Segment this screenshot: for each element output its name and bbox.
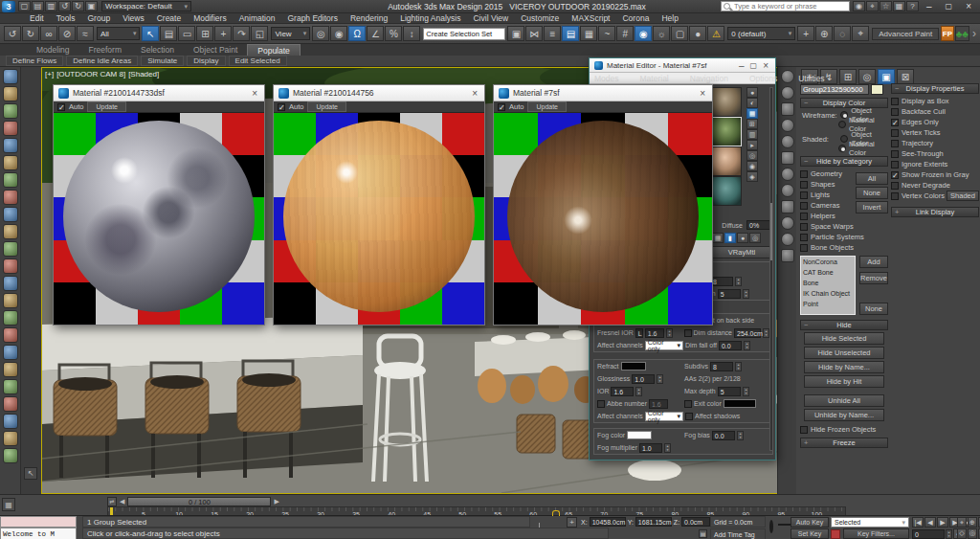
background-toggle-icon[interactable]: ▦ <box>712 233 724 243</box>
redo-icon[interactable]: ↻ <box>22 26 39 41</box>
z-coordinate-field[interactable]: 0.0cm <box>681 517 710 527</box>
ribbon-tab-populate[interactable]: Populate <box>247 44 301 56</box>
script-toolbar-icon[interactable] <box>3 362 18 377</box>
dock-toolbar-icon[interactable] <box>781 86 794 100</box>
toolbar-overflow-icon[interactable]: › <box>972 27 976 40</box>
zoom-icon[interactable]: ⊕ <box>968 517 977 528</box>
reflect-subdivs-field[interactable]: 8 <box>710 277 733 286</box>
workspace-dropdown[interactable]: Workspace: Default▾ <box>101 1 191 11</box>
backlight-icon[interactable]: ◐ <box>746 98 758 108</box>
material-editor-icon[interactable]: ◉ <box>635 26 652 41</box>
hide-rollout-header[interactable]: Hide <box>800 320 888 330</box>
refract-color-swatch[interactable] <box>621 362 646 371</box>
select-and-rotate-icon[interactable]: ↷ <box>233 26 250 41</box>
wireframe-object-color-radio[interactable] <box>840 111 848 119</box>
hide-frozen-objects-checkbox[interactable] <box>800 426 808 434</box>
checkbox[interactable] <box>891 161 899 168</box>
spinner-icon[interactable] <box>735 362 742 371</box>
hide-by-name-button[interactable]: Hide by Name... <box>804 361 884 373</box>
exit-color-checkbox[interactable] <box>684 400 692 408</box>
y-coordinate-field[interactable]: 1681.15cm <box>635 517 672 527</box>
dim-distance-field[interactable]: 254.0cm <box>734 328 761 338</box>
checkbox[interactable] <box>891 182 899 190</box>
preview-canvas[interactable] <box>494 113 712 325</box>
sample-type-sphere-icon[interactable]: ● <box>746 87 758 98</box>
close-icon[interactable]: × <box>698 88 707 99</box>
preview-titlebar[interactable]: Material #2100144756 × <box>274 85 484 101</box>
shaded-object-color-radio[interactable] <box>840 135 848 143</box>
dock-toolbar-icon[interactable] <box>781 216 794 230</box>
affect-channels2-dropdown[interactable]: Color only▾ <box>645 412 683 421</box>
cursor-tool-icon[interactable]: ↖ <box>24 467 37 480</box>
hide-by-hit-button[interactable]: Hide by Hit <box>804 375 884 388</box>
spinner-icon[interactable] <box>743 387 749 396</box>
ribbon-action-edit-selected[interactable]: Edit Selected <box>229 56 287 66</box>
list-item-bone[interactable]: Bone <box>801 278 855 288</box>
checkbox[interactable] <box>800 213 808 220</box>
sample-slot[interactable] <box>712 117 742 146</box>
menu-group[interactable]: Group <box>87 13 112 23</box>
add-time-tag[interactable]: Add Time Tag <box>710 528 766 539</box>
search-input[interactable] <box>732 2 845 11</box>
update-button[interactable]: Update <box>87 101 126 112</box>
rendered-frame-window-icon[interactable]: ▢ <box>671 26 688 41</box>
list-item-cat-bone[interactable]: CAT Bone <box>801 267 855 278</box>
close-button[interactable]: × <box>959 1 978 11</box>
link-display-rollout-header[interactable]: Link Display <box>891 207 979 217</box>
unhide-by-name-button[interactable]: Unhide by Name... <box>804 409 884 421</box>
checkbox[interactable] <box>891 150 899 158</box>
object-color-swatch[interactable] <box>871 84 883 95</box>
menu-corona[interactable]: Corona <box>621 13 650 23</box>
field-of-view-icon[interactable]: ◇ <box>957 528 967 539</box>
reflect-maxdepth-field[interactable]: 5 <box>718 289 741 299</box>
none-button[interactable]: None <box>856 187 888 199</box>
script-toolbar-icon[interactable] <box>3 431 18 446</box>
rectangular-selection-region-icon[interactable]: ▭ <box>178 26 195 41</box>
spinner-icon[interactable] <box>735 277 742 286</box>
forest-tools-icon[interactable]: ♣♣ <box>955 26 969 41</box>
script-toolbar-icon[interactable] <box>3 138 18 153</box>
previous-frame-arrow[interactable]: ◀ <box>117 498 127 505</box>
advanced-paint-button[interactable]: Advanced Paint <box>872 28 939 40</box>
checkbox[interactable] <box>891 171 899 179</box>
auto-update-checkbox[interactable] <box>278 103 285 111</box>
absolute-relative-coords-icon[interactable]: + <box>567 517 577 528</box>
select-and-move-icon[interactable]: + <box>214 26 232 41</box>
graphite-ribbon-toggle-icon[interactable]: ▦ <box>580 26 597 41</box>
menu-help[interactable]: Help <box>660 13 679 23</box>
object-name-field[interactable] <box>800 84 869 95</box>
dock-toolbar-icon[interactable] <box>781 70 794 83</box>
script-toolbar-icon[interactable] <box>3 224 18 239</box>
hide-by-category-rollout-header[interactable]: Hide by Category <box>800 156 888 167</box>
display-color-rollout-header[interactable]: Display Color <box>800 98 888 108</box>
application-menu-button[interactable]: 3 <box>2 1 15 12</box>
close-icon[interactable]: × <box>250 88 259 99</box>
ribbon-action-display[interactable]: Display <box>187 56 225 66</box>
dock-toolbar-icon[interactable] <box>781 119 794 132</box>
undo-icon[interactable]: ↺ <box>58 1 71 11</box>
window-crossing-icon[interactable]: ⊞ <box>196 26 213 41</box>
maximize-button[interactable]: ▢ <box>748 61 760 70</box>
ribbon-tab-freeform[interactable]: Freeform <box>79 44 131 56</box>
mirror-icon[interactable]: ⋈ <box>525 26 543 41</box>
checkbox[interactable] <box>800 191 808 199</box>
material-options-icon[interactable]: ◎ <box>749 233 761 243</box>
spinner-icon[interactable] <box>664 443 671 453</box>
vertex-colors-shaded-button[interactable]: Shaded <box>947 191 979 201</box>
script-toolbar-icon[interactable] <box>3 155 18 170</box>
angle-snap-icon[interactable]: ∠ <box>367 26 384 41</box>
checkbox[interactable] <box>891 98 899 105</box>
script-toolbar-icon[interactable] <box>3 293 18 308</box>
affect-shadows-checkbox[interactable] <box>685 413 693 420</box>
menu-lighting-analysis[interactable]: Lighting Analysis <box>399 13 461 23</box>
me-menu-modes[interactable]: Modes <box>593 74 620 83</box>
checkbox[interactable] <box>891 129 899 137</box>
help-icon[interactable]: ? <box>906 1 919 11</box>
preview-titlebar[interactable]: Material #2100144733dsf × <box>54 85 264 101</box>
all-button[interactable]: All <box>856 172 888 185</box>
spinner-icon[interactable] <box>763 328 769 338</box>
wireframe-material-color-radio[interactable] <box>838 121 846 128</box>
script-toolbar-icon[interactable] <box>3 448 18 463</box>
search-history-icon[interactable]: ◉ <box>853 1 865 11</box>
checkbox[interactable] <box>800 234 808 241</box>
